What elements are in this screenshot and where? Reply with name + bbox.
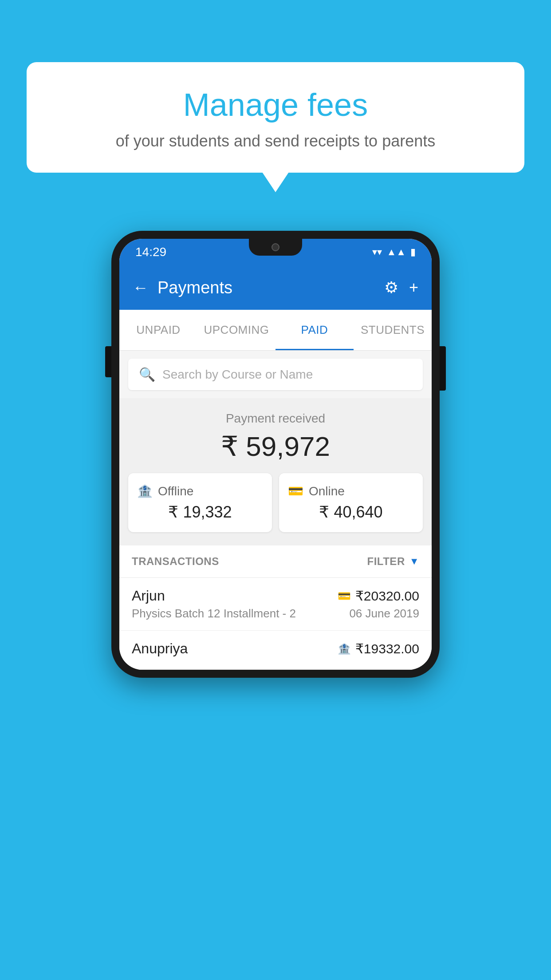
offline-card: 🏦 Offline ₹ 19,332 — [128, 473, 272, 532]
status-icons: ▾▾ ▲▲ ▮ — [372, 246, 416, 258]
offline-amount: ₹ 19,332 — [137, 503, 263, 522]
offline-label: Offline — [158, 484, 193, 498]
online-label: Online — [309, 484, 345, 498]
filter-button[interactable]: FILTER ▼ — [367, 555, 420, 568]
transaction-bottom-1: Physics Batch 12 Installment - 2 06 June… — [132, 607, 419, 620]
transaction-amount-row-2: 🏦 ₹19332.00 — [338, 641, 419, 656]
tab-students[interactable]: STUDENTS — [354, 310, 432, 350]
tab-paid[interactable]: PAID — [276, 310, 354, 350]
camera — [272, 243, 279, 251]
transaction-date-1: 06 June 2019 — [349, 607, 419, 620]
card-payment-icon-1: 💳 — [338, 590, 351, 602]
transaction-desc-1: Physics Batch 12 Installment - 2 — [132, 607, 296, 620]
back-button[interactable]: ← — [133, 278, 149, 297]
online-card: 💳 Online ₹ 40,640 — [279, 473, 423, 532]
gear-icon[interactable]: ⚙ — [384, 278, 398, 297]
filter-label: FILTER — [367, 555, 405, 568]
transaction-top-1: Arjun 💳 ₹20320.00 — [132, 588, 419, 604]
online-icon: 💳 — [288, 484, 303, 498]
add-icon[interactable]: + — [409, 278, 418, 297]
speech-bubble: Manage fees of your students and send re… — [27, 62, 524, 173]
status-bar: 14:29 ▾▾ ▲▲ ▮ — [119, 239, 432, 265]
tab-upcoming[interactable]: UPCOMING — [197, 310, 276, 350]
tab-unpaid[interactable]: UNPAID — [119, 310, 197, 350]
speech-bubble-wrapper: Manage fees of your students and send re… — [27, 62, 524, 173]
page-title: Payments — [157, 278, 375, 297]
phone-mockup: 14:29 ▾▾ ▲▲ ▮ ← Payments ⚙ + — [111, 231, 440, 678]
transactions-label: TRANSACTIONS — [132, 555, 219, 568]
search-input[interactable]: Search by Course or Name — [162, 368, 313, 382]
online-card-header: 💳 Online — [288, 484, 414, 498]
wifi-icon: ▾▾ — [372, 246, 382, 258]
search-icon: 🔍 — [139, 367, 155, 382]
transaction-amount-row-1: 💳 ₹20320.00 — [338, 588, 419, 604]
bubble-title: Manage fees — [53, 87, 498, 123]
online-amount: ₹ 40,640 — [288, 503, 414, 522]
payment-label: Payment received — [128, 411, 423, 426]
transaction-name-1: Arjun — [132, 588, 165, 604]
app-bar: ← Payments ⚙ + — [119, 265, 432, 310]
battery-icon: ▮ — [410, 246, 416, 258]
phone-screen: 14:29 ▾▾ ▲▲ ▮ ← Payments ⚙ + — [119, 239, 432, 670]
cash-payment-icon-2: 🏦 — [338, 643, 351, 655]
transactions-header: TRANSACTIONS FILTER ▼ — [119, 545, 432, 578]
tabs: UNPAID UPCOMING PAID STUDENTS — [119, 310, 432, 351]
transaction-amount-2: ₹19332.00 — [355, 641, 419, 656]
table-row[interactable]: Arjun 💳 ₹20320.00 Physics Batch 12 Insta… — [119, 578, 432, 631]
offline-icon: 🏦 — [137, 484, 153, 498]
payment-amount: ₹ 59,972 — [128, 430, 423, 462]
transaction-amount-1: ₹20320.00 — [355, 588, 419, 604]
status-time: 14:29 — [135, 245, 166, 259]
app-bar-icons: ⚙ + — [384, 278, 418, 297]
bubble-subtitle: of your students and send receipts to pa… — [53, 132, 498, 150]
notch — [249, 239, 302, 256]
offline-card-header: 🏦 Offline — [137, 484, 263, 498]
filter-icon: ▼ — [409, 556, 419, 567]
table-row[interactable]: Anupriya 🏦 ₹19332.00 — [119, 631, 432, 670]
transaction-top-2: Anupriya 🏦 ₹19332.00 — [132, 640, 419, 657]
payment-cards: 🏦 Offline ₹ 19,332 💳 Online ₹ 40,640 — [128, 473, 423, 532]
search-bar[interactable]: 🔍 Search by Course or Name — [128, 359, 423, 390]
search-container: 🔍 Search by Course or Name — [119, 351, 432, 398]
phone-outer: 14:29 ▾▾ ▲▲ ▮ ← Payments ⚙ + — [111, 231, 440, 678]
signal-icon: ▲▲ — [386, 246, 406, 258]
payment-received-section: Payment received ₹ 59,972 🏦 Offline ₹ 19… — [119, 398, 432, 545]
transaction-name-2: Anupriya — [132, 640, 188, 657]
